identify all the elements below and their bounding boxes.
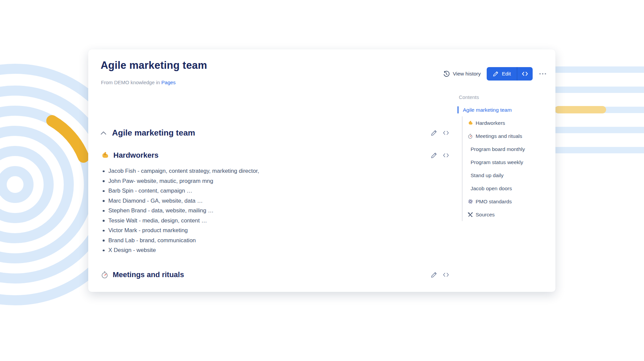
section-agile-marketing-team: Agile marketing team: [101, 127, 449, 139]
toc-label: PMO standards: [476, 199, 512, 205]
subsection-heading: Hardworkers: [113, 151, 159, 160]
list-item: Jacob Fish - campaign, content strategy,…: [101, 168, 259, 174]
collapse-chevron-icon[interactable]: [101, 131, 106, 135]
toc-label: Program status weekly: [471, 159, 523, 165]
toc-item-hardworkers[interactable]: Hardworkers: [467, 116, 551, 130]
edit-section-icon[interactable]: [431, 130, 437, 136]
flexed-biceps-icon: [101, 151, 109, 160]
edit-section-icon[interactable]: [431, 271, 437, 278]
section-heading: Agile marketing team: [112, 128, 195, 138]
edit-label: Edit: [502, 71, 511, 77]
section-actions: [431, 130, 449, 136]
contents-rail: Contents Agile marketing team Hardworker…: [457, 94, 551, 221]
decorative-stripes: [550, 0, 644, 168]
decorative-rings: [0, 40, 101, 305]
tools-icon: [467, 212, 473, 218]
list-item: Victor Mark - product marketing: [101, 227, 259, 234]
toc-item-program-status-weekly[interactable]: Program status weekly: [467, 156, 551, 169]
toc-item-program-board-monthly[interactable]: Program board monthly: [467, 143, 551, 156]
view-history-label: View history: [453, 71, 481, 77]
yellow-pill: [555, 106, 606, 113]
toc-label: Meetings and rituals: [476, 133, 522, 139]
toc-label: Program board monthly: [471, 146, 525, 152]
section-meetings-and-rituals: Meetings and rituals: [101, 269, 449, 280]
subsection-heading: Meetings and rituals: [113, 270, 184, 279]
code-section-icon[interactable]: [442, 130, 449, 136]
toc-item-agile-marketing-team[interactable]: Agile marketing team: [457, 103, 551, 116]
page-card: Agile marketing team From DEMO knowledge…: [88, 49, 555, 292]
pencil-icon: [493, 71, 499, 77]
gear-icon: [467, 199, 473, 205]
section-hardworkers: Hardworkers: [101, 150, 449, 161]
code-section-icon[interactable]: [442, 272, 449, 277]
toc-label: Hardworkers: [476, 120, 505, 126]
toc-item-meetings-and-rituals[interactable]: Meetings and rituals: [467, 130, 551, 143]
edit-split-button: Edit: [487, 67, 533, 81]
stopwatch-icon: [467, 133, 473, 139]
edit-button[interactable]: Edit: [487, 67, 517, 81]
more-options-button[interactable]: [539, 71, 547, 76]
toc-label: Stand up daily: [471, 172, 503, 178]
edit-section-icon[interactable]: [431, 152, 437, 159]
list-item: Barb Spin - content, campaign …: [101, 188, 259, 194]
toc-label: Agile marketing team: [463, 107, 512, 113]
toc-item-sources[interactable]: Sources: [467, 208, 551, 221]
list-item: Tessie Walt - media, design, content …: [101, 218, 259, 224]
flexed-biceps-icon: [467, 120, 473, 126]
list-item: Marc Diamond - GA, website, data …: [101, 198, 259, 204]
team-members-list: Jacob Fish - campaign, content strategy,…: [101, 168, 259, 257]
edit-code-button[interactable]: [517, 67, 533, 81]
toc-label: Sources: [476, 212, 495, 218]
article-body: Agile marketing team: [101, 49, 449, 292]
code-section-icon[interactable]: [442, 153, 449, 158]
toc-group: Hardworkers Meetings and rituals Program…: [462, 116, 551, 221]
toc-label: Jacob open doors: [471, 186, 512, 192]
contents-heading: Contents: [457, 94, 551, 100]
section-actions: [431, 271, 449, 278]
list-item: Brand Lab - brand, communication: [101, 238, 259, 244]
list-item: Stephen Brand - data, website, mailing …: [101, 208, 259, 214]
code-icon: [522, 71, 528, 76]
list-item: X Design - website: [101, 247, 259, 253]
section-actions: [431, 152, 449, 159]
toc-item-jacob-open-doors[interactable]: Jacob open doors: [467, 182, 551, 195]
toc-item-stand-up-daily[interactable]: Stand up daily: [467, 169, 551, 182]
stopwatch-icon: [101, 271, 109, 279]
page-toolbar: View history Edit: [443, 67, 547, 81]
toc-item-pmo-standards[interactable]: PMO standards: [467, 195, 551, 208]
list-item: John Paw- website, mautic, program mng: [101, 178, 259, 184]
